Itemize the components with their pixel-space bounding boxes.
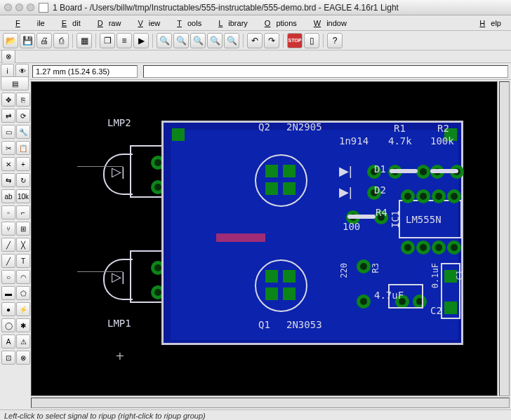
r3-value: 4.7uF [374,290,404,301]
ratsnest-tool[interactable]: ✱ [16,318,30,332]
hole-tool[interactable]: ◯ [1,318,15,332]
signal-tool[interactable]: ⚡ [16,302,30,316]
lmp2-label: LMP2 [107,117,131,128]
coordinate-display: 1.27 mm (15.24 6.35) [32,65,138,78]
rotate-tool[interactable]: ⟳ [16,109,30,123]
r2-value: 100k [430,135,454,147]
origin-cross: + [116,348,124,365]
undo-button[interactable]: ↶ [247,33,263,48]
menu-tools[interactable]: Tools [166,18,207,29]
c1-value: 0.1uF [430,263,440,288]
board-button[interactable]: ▦ [77,33,92,48]
q2-label: Q2 [258,121,270,133]
arc-tool[interactable]: ◠ [16,270,30,284]
help-button[interactable]: ? [327,33,343,48]
menu-help[interactable]: Help [468,18,507,29]
route-tool[interactable]: ╱ [1,238,15,252]
r1-value: 4.7k [388,135,412,147]
status-bar: Left-click to select signal to ripup (ri… [0,409,511,420]
close-icon[interactable] [4,4,12,11]
zoom-select-button[interactable]: 🔍 [224,33,239,48]
via-tool[interactable]: ● [1,302,15,316]
c2-label: C2 [430,305,442,316]
save-button[interactable]: 💾 [20,33,35,48]
stop-button[interactable]: STOP [287,33,303,48]
print-button[interactable]: 🖨 [36,33,52,48]
group-tool[interactable]: ▭ [1,125,15,139]
go-button[interactable]: ▯ [304,33,319,48]
cut-tool[interactable]: ✂ [1,141,15,155]
delete-tool[interactable]: ✕ [1,157,15,171]
sheet-button[interactable]: ❐ [100,33,115,48]
drc-tool[interactable]: ⊡ [1,351,15,365]
ic1-value: LM555N [406,214,442,225]
paste-tool[interactable]: 📋 [16,141,30,155]
miter-tool[interactable]: ⌐ [16,205,30,219]
menu-file[interactable]: File [4,18,51,29]
document-icon [39,3,48,13]
copy-tool[interactable]: ⎘ [16,93,30,107]
split-tool[interactable]: ⑂ [1,222,15,236]
menu-options[interactable]: Options [253,18,303,29]
zoom-in-button[interactable]: 🔍 [173,33,189,48]
lmp1-label: LMP1 [107,318,131,329]
redo-button[interactable]: ↷ [264,33,279,48]
d2-symbol: ▶| [339,184,352,200]
menu-edit[interactable]: Edit [51,18,86,29]
window-title: 1 Board - /Users/billw/tmp/Instructables… [53,3,399,13]
titlebar: 1 Board - /Users/billw/tmp/Instructables… [0,0,511,15]
pinswap-tool[interactable]: ⇆ [1,173,15,187]
command-input[interactable] [143,65,508,78]
errors-tool[interactable]: ⊗ [16,351,30,365]
c1-label: C1 [455,270,465,280]
auto-tool[interactable]: A [1,334,15,348]
zoom-out-button[interactable]: 🔍 [190,33,206,48]
optimize-tool[interactable]: ⊞ [16,222,30,236]
ripup-mode-icon[interactable]: ⊗ [1,50,15,64]
d1-symbol: ▶| [339,163,352,179]
main-toolbar: 📂 💾 🖨 ⎙ ▦ ❐ ≡ ▶ 🔍 🔍 🔍 🔍 🔍 ↶ ↷ STOP ▯ ? [0,31,511,50]
rect-tool[interactable]: ▬ [1,286,15,300]
replace-tool[interactable]: ↻ [16,173,30,187]
minimize-icon[interactable] [15,4,23,11]
zoom-fit-button[interactable]: 🔍 [157,33,172,48]
top-trace [216,233,265,242]
q1-label: Q1 [258,319,270,330]
change-tool[interactable]: 🔧 [16,125,30,139]
menu-window[interactable]: Window [303,18,352,29]
d-value: 1n914 [339,135,369,147]
r1-label: R1 [394,123,406,134]
board-canvas[interactable]: ▷| ▷| [31,81,498,396]
menu-view[interactable]: View [126,18,166,29]
value-tool[interactable]: 10k [16,189,30,203]
info-tool[interactable]: i [1,64,14,78]
open-button[interactable]: 📂 [3,33,18,48]
show-tool[interactable]: 👁 [15,64,29,78]
circle-tool[interactable]: ○ [1,270,15,284]
zoom-redraw-button[interactable]: 🔍 [207,33,223,48]
script-button[interactable]: ≡ [117,33,132,48]
r3-num: 220 [339,263,349,278]
text-tool[interactable]: T [16,254,30,268]
menu-library[interactable]: Library [207,18,253,29]
mirror-tool[interactable]: ⇄ [1,109,15,123]
erc-tool[interactable]: ⚠ [16,334,30,348]
wire-tool[interactable]: ╱ [1,254,15,268]
layers-tool[interactable]: ▤ [1,76,29,90]
q2-value: 2N2905 [286,121,322,133]
move-tool[interactable]: ✥ [1,93,15,107]
menu-draw[interactable]: Draw [86,18,127,29]
add-tool[interactable]: + [16,157,30,171]
ripup-tool[interactable]: ╳ [16,238,30,252]
zoom-icon[interactable] [27,4,34,11]
polygon-tool[interactable]: ⬠ [16,286,30,300]
run-button[interactable]: ▶ [133,33,149,48]
tool-palette: i 👁 ▤ ✥ ⎘ ⇄ ⟳ ▭ 🔧 ✂ 📋 ✕ + ⇆ ↻ ab 10k ▫ ⌐… [0,63,29,409]
vertical-scrollbar[interactable] [499,81,510,396]
d1-label: D1 [374,163,386,175]
name-tool[interactable]: ab [1,189,15,203]
cam-button[interactable]: ⎙ [53,33,69,48]
horizontal-scrollbar[interactable] [31,398,510,408]
smash-tool[interactable]: ▫ [1,205,15,219]
r3-label: R3 [371,263,380,273]
